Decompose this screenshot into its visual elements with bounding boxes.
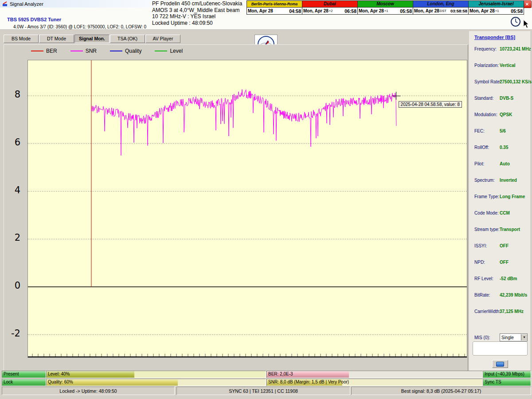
tp-field-label: FEC: (474, 129, 500, 133)
title-bar[interactable]: Signal Analyzer (0, 0, 153, 8)
tp-field-label: Modulation: (474, 112, 500, 117)
mis-label: MIS (0): (474, 335, 500, 340)
tp-field-label: Pilot: (474, 161, 500, 166)
tp-field-value: 37,125 MHz (500, 309, 524, 314)
tp-field-frame-type-: Frame Type:Long Frame (474, 194, 528, 199)
legend-swatch (155, 51, 167, 51)
tp-field-modulation-: Modulation:QPSK (474, 112, 528, 117)
status-meter-level: Level: 40% (46, 371, 266, 378)
tp-field-label: NPD: (474, 260, 500, 265)
tp-field-npd-: NPD:OFF (474, 260, 528, 265)
tab-signal-mon-[interactable]: Signal Mon. (74, 35, 110, 43)
tp-field-value: QPSK (500, 112, 512, 117)
tp-field-label: CarrierWidth: (474, 309, 500, 314)
tp-field-value: -52 dBm (500, 276, 517, 281)
mis-row: MIS (0): Single ▾ (474, 333, 528, 341)
close-button[interactable]: ✕ (523, 0, 532, 8)
clock-date: Mon, Apr 28 (469, 8, 495, 13)
status-indicator-lock: Lock (2, 379, 46, 386)
tp-field-fec-: FEC:5/6 (474, 129, 528, 133)
chart-crosshair (396, 92, 396, 100)
tp-field-value: Auto (500, 161, 510, 166)
mouse-cursor-icon (523, 20, 529, 29)
site-info: PF Prodelin 450 cm/Lučenec-Slovakia AMOS… (152, 0, 242, 26)
status-label: Level: 40% (48, 371, 70, 377)
site-line-4: Locked Uptime : 48:09:50 (152, 20, 242, 27)
tp-field-label: BitRate: (474, 293, 500, 297)
transponder-tool-button[interactable] (492, 360, 508, 368)
y-tick-label: 2 (15, 232, 20, 243)
clock-city: Moscow (358, 1, 413, 8)
tp-field-value: 42,239 Mbit/s (500, 293, 527, 297)
legend-swatch (70, 51, 83, 51)
clock-datetime: Mon, Apr 28+206:58 (302, 8, 357, 14)
tp-field-value: 10723,241 MHz (500, 47, 531, 51)
tp-field-label: Frequency: (474, 47, 500, 51)
tab-av-player[interactable]: AV Player (145, 35, 180, 43)
clock-1: DubaiMon, Apr 28+206:58 (302, 0, 358, 15)
status-label: SNR: 8,0 dB (Margin: 1,5 dB | Very Poor) (268, 379, 349, 385)
status-label: Sync TS (485, 379, 501, 385)
tp-field-carrierwidth-: CarrierWidth:37,125 MHz (474, 309, 528, 314)
mis-value: Single (501, 335, 514, 340)
tp-field-value: OFF (500, 260, 509, 265)
clock-offset: DST (440, 9, 450, 13)
tab-dt-mode[interactable]: DT Mode (39, 35, 74, 43)
tp-field-bitrate-: BitRate:42,239 Mbit/s (474, 293, 528, 297)
chart-legend: BERSNRQualityLevel (31, 47, 183, 54)
tp-field-issyi-: ISSYI:OFF (474, 243, 528, 248)
clock-4: Jerusalem-IsraelMon, Apr 28+105:58 (469, 0, 524, 15)
status-label: Lock (4, 379, 13, 385)
tp-field-value: 0.35 (500, 145, 508, 150)
tp-field-rolloff-: RollOff:0.35 (474, 145, 528, 150)
y-tick-label: 4 (15, 185, 20, 196)
statusbar-lock-uptime: Locked -> Uptime: 48:09:50 (2, 387, 175, 395)
transponder-title: Transponder [BS] (474, 35, 515, 40)
legend-swatch (110, 51, 122, 51)
transponder-panel: Transponder [BS] Frequency:10723,241 MHz… (469, 31, 530, 371)
tp-field-label: Symbol Rate: (474, 79, 500, 84)
clock-offset: +1 (495, 9, 511, 13)
clock-date: Mon, Apr 28 (359, 8, 384, 13)
clock-date: Mon, Apr 28 (414, 8, 439, 13)
tp-field-value: Inverted (500, 178, 517, 183)
status-meter-ber: BER: 2,0E-3 (266, 371, 483, 378)
signal-analyzer-window: Signal Analyzer ✕ PF Prodelin 450 cm/Luč… (0, 0, 532, 399)
tp-field-polarization-: Polarization:Vertical (474, 63, 528, 68)
status-label: Input (~40,39 Mbps) (485, 371, 524, 377)
tp-field-value: Vertical (500, 63, 516, 68)
clock-time: 05:58 (511, 8, 523, 14)
tab-bs-mode[interactable]: BS Mode (4, 35, 39, 43)
tp-field-value: DVB-S (500, 96, 513, 101)
site-line-3: 10 722 MHz-V : YES Israel (152, 13, 242, 20)
tab-tsa-ok-[interactable]: TSA (OK) (110, 35, 145, 43)
y-axis-labels: 86420-2 (0, 60, 25, 357)
status-indicator-sync-ts: Sync TS (483, 379, 531, 386)
app-icon (2, 1, 8, 7)
site-line-1: PF Prodelin 450 cm/Lučenec-Slovakia (152, 0, 242, 7)
window-title: Signal Analyzer (10, 1, 43, 7)
tp-field-label: Code Mode: (474, 211, 500, 215)
site-line-2: AMOS 3 at 4,0°W_Middle East beam (152, 7, 242, 14)
tp-field-standard-: Standard:DVB-S (474, 96, 528, 101)
clock-city: Berlin-Paris-Vienna-Roma (247, 1, 302, 8)
clock-datetime: Mon, Apr 28+105:58 (358, 8, 413, 14)
clock-time: 06:58 (344, 8, 356, 14)
plot-area[interactable]: 2025-04-28 04.58.58, value: 8 (27, 60, 467, 358)
status-label: Present (4, 371, 19, 377)
clock-datetime: Mon, Apr 28+105:58 (469, 8, 524, 14)
tp-field-stream-type-: Stream type:Transport (474, 227, 528, 232)
clock-time: 04:58 (289, 8, 301, 14)
clock-3: London, EngMon, Apr 28DST03:58:58 (413, 0, 469, 15)
legend-label: Quality (125, 48, 141, 54)
legend-item-ber: BER (31, 48, 57, 54)
legend-label: BER (46, 48, 57, 54)
mis-dropdown[interactable]: Single ▾ (500, 333, 528, 341)
tp-field-label: Polarization: (474, 63, 500, 68)
clock-offset: +1 (384, 9, 400, 13)
y-tick-label: 6 (15, 137, 20, 148)
tp-field-label: Frame Type: (474, 194, 500, 199)
tp-field-label: Standard: (474, 96, 500, 101)
statusbar-best-signal: Best signal: 8,3 dB (2025-04-27 05:17) (351, 387, 531, 395)
y-tick-label: 0 (15, 280, 20, 291)
